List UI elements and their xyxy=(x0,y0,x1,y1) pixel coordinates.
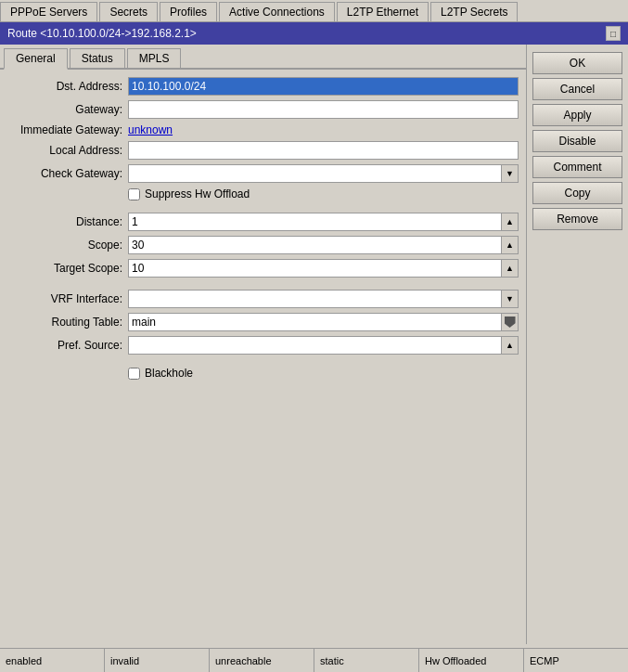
routing-table-input[interactable] xyxy=(128,313,502,331)
routing-table-dropdown-btn[interactable] xyxy=(502,313,519,331)
maximize-button[interactable]: □ xyxy=(606,26,621,41)
status-hw-offloaded: Hw Offloaded xyxy=(419,649,524,672)
tab-mpls[interactable]: MPLS xyxy=(127,48,182,68)
suppress-hw-checkbox[interactable] xyxy=(128,188,140,200)
routing-table-label: Routing Table: xyxy=(7,316,128,329)
content-area: General Status MPLS Dst. Address: Gatewa… xyxy=(0,45,526,644)
target-scope-row: Target Scope: ▲ xyxy=(7,259,519,278)
immediate-gateway-row: Immediate Gateway: unknown xyxy=(7,123,519,136)
dst-address-row: Dst. Address: xyxy=(7,77,519,96)
title-bar: Route <10.10.100.0/24->192.168.2.1> □ xyxy=(0,22,628,45)
scope-input[interactable] xyxy=(128,236,502,254)
window-title: Route <10.10.100.0/24->192.168.2.1> xyxy=(7,27,197,40)
scope-spinner: ▲ xyxy=(128,236,519,254)
gateway-input[interactable] xyxy=(128,100,519,119)
routing-table-row: Routing Table: xyxy=(7,313,519,331)
sidebar-buttons: OK Cancel Apply Disable Comment Copy Rem… xyxy=(526,45,628,644)
status-static: static xyxy=(314,649,419,672)
scope-up-btn[interactable]: ▲ xyxy=(502,236,519,254)
status-enabled: enabled xyxy=(0,649,105,672)
routing-table-wrapper xyxy=(128,313,519,331)
ok-button[interactable]: OK xyxy=(532,52,622,74)
status-ecmp: ECMP xyxy=(524,649,628,672)
check-gateway-row: Check Gateway: ▼ xyxy=(7,164,519,183)
pref-source-row: Pref. Source: ▲ xyxy=(7,336,519,355)
local-address-row: Local Address: xyxy=(7,141,519,160)
gateway-row: Gateway: xyxy=(7,100,519,119)
distance-row: Distance: ▲ xyxy=(7,213,519,231)
blackhole-label: Blackhole xyxy=(145,367,193,380)
tab-pppoe-servers[interactable]: PPPoE Servers xyxy=(0,2,97,21)
tab-profiles[interactable]: Profiles xyxy=(160,2,217,21)
distance-spinner: ▲ xyxy=(128,213,519,231)
inner-tab-bar: General Status MPLS xyxy=(0,45,526,70)
pref-source-label: Pref. Source: xyxy=(7,339,128,352)
suppress-hw-label: Suppress Hw Offload xyxy=(145,187,250,200)
check-gateway-input[interactable] xyxy=(128,164,502,183)
tab-secrets[interactable]: Secrets xyxy=(99,2,158,21)
pref-source-spinner: ▲ xyxy=(128,336,519,355)
blackhole-checkbox[interactable] xyxy=(128,368,140,380)
blackhole-row: Blackhole xyxy=(128,367,519,380)
disable-button[interactable]: Disable xyxy=(532,130,622,152)
pref-source-up-btn[interactable]: ▲ xyxy=(502,336,519,355)
check-gateway-dropdown-btn[interactable]: ▼ xyxy=(502,164,519,183)
routing-table-dropdown-icon xyxy=(505,317,516,328)
local-address-label: Local Address: xyxy=(7,144,128,157)
dst-address-label: Dst. Address: xyxy=(7,80,128,93)
check-gateway-label: Check Gateway: xyxy=(7,167,128,180)
tab-l2tp-secrets[interactable]: L2TP Secrets xyxy=(430,2,518,21)
tab-general[interactable]: General xyxy=(4,48,68,70)
immediate-gateway-value[interactable]: unknown xyxy=(128,123,173,136)
target-scope-label: Target Scope: xyxy=(7,262,128,275)
tab-active-connections[interactable]: Active Connections xyxy=(219,2,335,21)
main-layout: General Status MPLS Dst. Address: Gatewa… xyxy=(0,45,628,644)
vrf-interface-input[interactable] xyxy=(128,290,502,308)
status-invalid: invalid xyxy=(105,649,210,672)
distance-input[interactable] xyxy=(128,213,502,231)
dst-address-input[interactable] xyxy=(128,77,519,96)
check-gateway-wrapper: ▼ xyxy=(128,164,519,183)
vrf-interface-wrapper: ▼ xyxy=(128,290,519,308)
remove-button[interactable]: Remove xyxy=(532,208,622,230)
apply-button[interactable]: Apply xyxy=(532,104,622,126)
immediate-gateway-label: Immediate Gateway: xyxy=(7,123,128,136)
distance-up-btn[interactable]: ▲ xyxy=(502,213,519,231)
suppress-hw-row: Suppress Hw Offload xyxy=(128,187,519,200)
gateway-label: Gateway: xyxy=(7,103,128,116)
tab-status[interactable]: Status xyxy=(70,48,125,68)
vrf-interface-label: VRF Interface: xyxy=(7,292,128,305)
comment-button[interactable]: Comment xyxy=(532,156,622,178)
form-area: Dst. Address: Gateway: Immediate Gateway… xyxy=(0,70,526,392)
scope-row: Scope: ▲ xyxy=(7,236,519,254)
status-bar: enabled invalid unreachable static Hw Of… xyxy=(0,648,628,672)
pref-source-input[interactable] xyxy=(128,336,502,355)
vrf-interface-row: VRF Interface: ▼ xyxy=(7,290,519,308)
vrf-interface-dropdown-btn[interactable]: ▼ xyxy=(502,290,519,308)
top-tab-bar: PPPoE Servers Secrets Profiles Active Co… xyxy=(0,0,628,22)
scope-label: Scope: xyxy=(7,239,128,252)
tab-l2tp-ethernet[interactable]: L2TP Ethernet xyxy=(337,2,429,21)
distance-label: Distance: xyxy=(7,215,128,228)
target-scope-spinner: ▲ xyxy=(128,259,519,278)
cancel-button[interactable]: Cancel xyxy=(532,78,622,100)
target-scope-up-btn[interactable]: ▲ xyxy=(502,259,519,278)
copy-button[interactable]: Copy xyxy=(532,182,622,204)
target-scope-input[interactable] xyxy=(128,259,502,278)
status-unreachable: unreachable xyxy=(210,649,314,672)
local-address-input[interactable] xyxy=(128,141,519,160)
